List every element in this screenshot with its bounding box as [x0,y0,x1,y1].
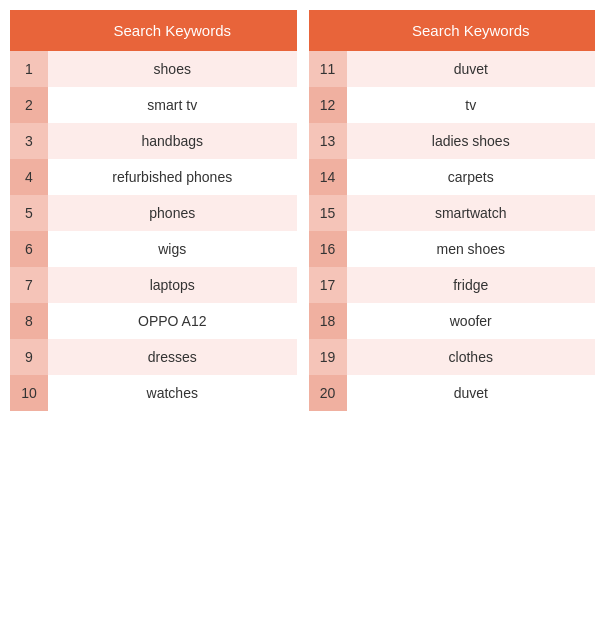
keyword-cell: carpets [347,159,596,195]
right-table-row: 14carpets [309,159,596,195]
right-table-row: 18woofer [309,303,596,339]
right-table-row: 11duvet [309,51,596,87]
keyword-cell: woofer [347,303,596,339]
right-table: Search Keywords 11duvet12tv13ladies shoe… [309,10,596,411]
keyword-cell: shoes [48,51,297,87]
right-table-row: 15smartwatch [309,195,596,231]
row-number: 11 [309,51,347,87]
keyword-cell: smartwatch [347,195,596,231]
left-table: Search Keywords 1shoes2smart tv3handbags… [10,10,297,411]
row-number: 6 [10,231,48,267]
keyword-cell: refurbished phones [48,159,297,195]
row-number: 14 [309,159,347,195]
right-table-row: 12tv [309,87,596,123]
left-table-row: 9dresses [10,339,297,375]
left-table-row: 2smart tv [10,87,297,123]
right-table-row: 20duvet [309,375,596,411]
row-number: 8 [10,303,48,339]
keyword-cell: watches [48,375,297,411]
left-table-wrapper: Search Keywords 1shoes2smart tv3handbags… [10,10,297,411]
keyword-cell: ladies shoes [347,123,596,159]
row-number: 20 [309,375,347,411]
keyword-cell: OPPO A12 [48,303,297,339]
keyword-cell: tv [347,87,596,123]
keyword-cell: duvet [347,375,596,411]
row-number: 12 [309,87,347,123]
keyword-cell: wigs [48,231,297,267]
left-table-row: 10watches [10,375,297,411]
right-table-row: 19clothes [309,339,596,375]
left-table-row: 6wigs [10,231,297,267]
keyword-cell: fridge [347,267,596,303]
keyword-cell: handbags [48,123,297,159]
keyword-cell: laptops [48,267,297,303]
row-number: 16 [309,231,347,267]
right-table-row: 13ladies shoes [309,123,596,159]
row-number: 5 [10,195,48,231]
right-table-row: 16men shoes [309,231,596,267]
row-number: 15 [309,195,347,231]
row-number: 19 [309,339,347,375]
row-number: 7 [10,267,48,303]
keyword-cell: duvet [347,51,596,87]
row-number: 4 [10,159,48,195]
row-number: 13 [309,123,347,159]
left-table-row: 7laptops [10,267,297,303]
left-table-row: 3handbags [10,123,297,159]
left-table-row: 4refurbished phones [10,159,297,195]
left-table-row: 8OPPO A12 [10,303,297,339]
row-number: 9 [10,339,48,375]
main-container: Search Keywords 1shoes2smart tv3handbags… [10,10,595,411]
row-number: 17 [309,267,347,303]
keyword-cell: men shoes [347,231,596,267]
row-number: 18 [309,303,347,339]
keyword-cell: dresses [48,339,297,375]
row-number: 3 [10,123,48,159]
left-table-row: 5phones [10,195,297,231]
keyword-cell: clothes [347,339,596,375]
right-header-num [309,10,347,51]
keyword-cell: smart tv [48,87,297,123]
row-number: 1 [10,51,48,87]
right-table-wrapper: Search Keywords 11duvet12tv13ladies shoe… [309,10,596,411]
left-header-num [10,10,48,51]
row-number: 10 [10,375,48,411]
right-table-row: 17fridge [309,267,596,303]
keyword-cell: phones [48,195,297,231]
left-table-header: Search Keywords [48,10,297,51]
row-number: 2 [10,87,48,123]
right-table-header: Search Keywords [347,10,596,51]
spacer [297,10,309,411]
left-table-row: 1shoes [10,51,297,87]
